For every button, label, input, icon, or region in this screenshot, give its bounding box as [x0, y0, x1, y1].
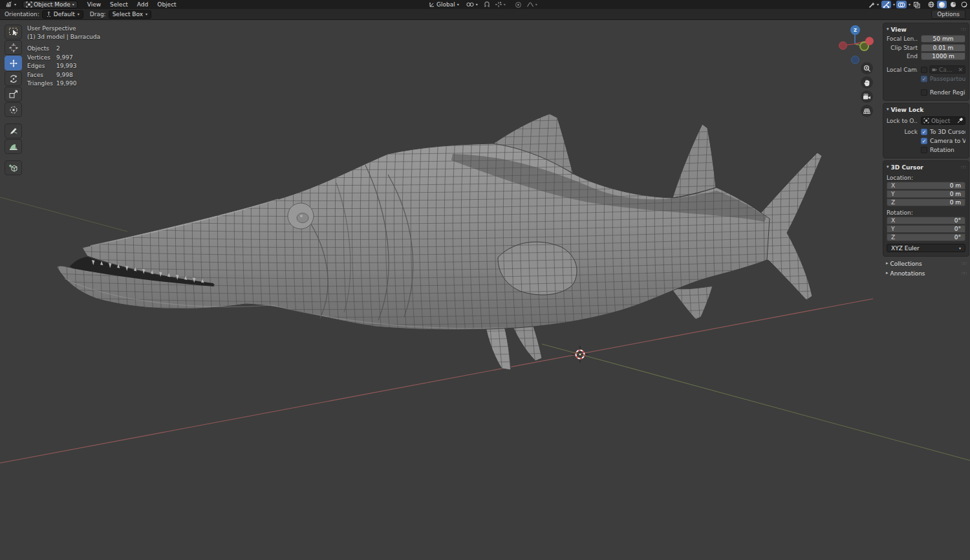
transform-orientation-dropdown[interactable]: Global ▾ [426, 1, 462, 8]
xray-icon [913, 1, 920, 8]
chevron-down-icon[interactable]: ▾ [909, 3, 911, 6]
show-overlays-toggle[interactable] [896, 1, 907, 8]
viewport-display-controls: ▾ ▾ ▾ [867, 0, 969, 9]
drag-grip-icon[interactable]: ∷∷ [961, 165, 965, 170]
tool-move[interactable] [5, 56, 22, 70]
zoom-icon [863, 65, 871, 72]
lock-object-field[interactable]: Object [921, 116, 965, 125]
show-gizmo-toggle[interactable] [881, 1, 891, 8]
cursor-rotation-y[interactable]: Y0° [887, 225, 965, 233]
object-data-icon [923, 118, 929, 124]
axis-value: 0° [954, 234, 961, 241]
camera-view-button[interactable] [861, 91, 873, 103]
gizmo-z-axis[interactable]: Z [850, 25, 860, 35]
3d-cursor-section: ▾ 3D Cursor ∷∷ Location: X0 m Y0 m Z0 m … [883, 160, 969, 257]
axis-value: 0° [954, 226, 961, 232]
object-types-wand-icon [868, 1, 876, 8]
shading-material-button[interactable] [948, 1, 958, 8]
lock-rotation-checkbox[interactable] [921, 147, 927, 153]
drag-grip-icon[interactable]: ∷∷ [961, 27, 965, 32]
shading-wireframe-button[interactable] [926, 1, 936, 8]
cursor-location-x[interactable]: X0 m [887, 182, 965, 189]
shading-solid-button[interactable] [937, 1, 947, 8]
view-section-header[interactable]: ▾ View ∷∷ [887, 25, 965, 34]
view-section: ▾ View ∷∷ Focal Len... 50 mm Clip Start … [883, 23, 969, 101]
shading-rendered-button[interactable] [959, 1, 969, 8]
menu-view[interactable]: View [83, 1, 105, 9]
menu-add[interactable]: Add [133, 1, 153, 9]
3d-cursor-header[interactable]: ▾ 3D Cursor ∷∷ [887, 163, 965, 171]
snap-with-dropdown[interactable]: ▾ [493, 1, 507, 8]
local-camera-field[interactable]: Ca... ✕ [929, 65, 965, 74]
options-button[interactable]: Options [931, 10, 965, 19]
snap-toggle[interactable] [482, 1, 491, 8]
drag-grip-icon[interactable]: ∷∷ [962, 261, 966, 266]
3d-viewport[interactable]: User Perspective (1) 3d model | Barracud… [0, 20, 970, 560]
focal-length-field[interactable]: 50 mm [921, 35, 965, 43]
scene-canvas [0, 20, 970, 560]
tool-cursor[interactable] [5, 40, 22, 55]
proportional-editing-toggle[interactable] [513, 1, 523, 8]
collections-section-header[interactable]: ▸ Collections ∷∷ [883, 259, 969, 268]
tool-transform[interactable] [5, 102, 22, 117]
local-camera-checkbox[interactable] [921, 67, 927, 73]
axis-label: X [891, 217, 895, 224]
rotation-mode-dropdown[interactable]: XYZ Euler ▾ [887, 244, 965, 252]
camera-to-view-checkbox[interactable]: ✓ [921, 138, 927, 144]
axis-label: X [891, 182, 895, 189]
chevron-down-icon: ▾ [959, 246, 961, 250]
menu-object[interactable]: Object [153, 1, 180, 9]
clip-end-field[interactable]: 1000 m [921, 52, 965, 60]
tool-annotate[interactable] [5, 124, 22, 138]
gizmo-x-axis[interactable] [865, 37, 874, 45]
axis-label: Y [891, 226, 895, 232]
cursor-rotation-x[interactable]: X0° [887, 217, 965, 224]
orientation-dropdown[interactable]: Default ▾ [42, 10, 83, 19]
zoom-button[interactable] [861, 62, 873, 74]
tool-rotate[interactable] [5, 71, 22, 86]
gizmo-z-neg-axis[interactable] [851, 56, 859, 64]
tool-select-box[interactable] [5, 25, 22, 39]
proportional-falloff-dropdown[interactable]: ▾ [525, 1, 539, 8]
pivot-point-dropdown[interactable]: ▾ [464, 1, 480, 8]
cursor-location-y[interactable]: Y0 m [887, 190, 965, 198]
lock-rotation-row: Rotation [887, 146, 965, 154]
3d-cursor[interactable] [572, 346, 588, 363]
render-region-checkbox[interactable] [921, 89, 927, 96]
perspective-toggle-button[interactable] [861, 105, 873, 117]
menu-select[interactable]: Select [105, 1, 133, 9]
snap-with-icon [495, 1, 502, 8]
view-lock-header[interactable]: ▾ View Lock [887, 105, 965, 114]
tool-add-cube[interactable] [5, 160, 22, 175]
xray-toggle[interactable] [912, 1, 921, 8]
mode-dropdown[interactable]: Object Mode ▾ [23, 1, 78, 8]
scale-icon [8, 89, 19, 99]
orientation-value: Default [54, 11, 75, 17]
to-3d-cursor-checkbox[interactable]: ✓ [921, 129, 927, 135]
cursor-rotation-z[interactable]: Z0° [887, 233, 965, 241]
view-object-types-dropdown[interactable]: ▾ [867, 1, 880, 8]
clip-start-field[interactable]: 0.01 m [921, 44, 965, 52]
drag-dropdown[interactable]: Select Box ▾ [109, 10, 151, 19]
section-title: View [891, 27, 907, 33]
navigation-gizmo[interactable]: Z [835, 21, 877, 65]
chevron-down-icon[interactable]: ▾ [893, 3, 895, 6]
tool-measure[interactable] [5, 139, 22, 154]
cursor-location-z[interactable]: Z0 m [887, 199, 965, 206]
collections-title: Collections [890, 261, 922, 267]
annotations-section-header[interactable]: ▸ Annotations ∷∷ [883, 268, 969, 278]
solid-sphere-icon [939, 2, 945, 8]
tool-scale[interactable] [5, 87, 22, 102]
falloff-curve-icon [526, 1, 534, 8]
lock-to-object-row: Lock to O... Object [887, 116, 965, 125]
eyedropper-icon[interactable] [957, 118, 963, 124]
axis-label: Z [891, 234, 895, 241]
drag-grip-icon[interactable]: ∷∷ [962, 271, 966, 276]
y-axis-line-far [0, 197, 127, 232]
barracuda-mesh[interactable] [52, 104, 831, 395]
gizmo-x-neg-axis[interactable] [839, 41, 847, 50]
editor-type-selector[interactable]: ▾ [3, 1, 19, 8]
passepartout-checkbox[interactable]: ✓ [921, 76, 927, 82]
clear-icon[interactable]: ✕ [958, 67, 963, 73]
pan-button[interactable] [861, 76, 873, 89]
